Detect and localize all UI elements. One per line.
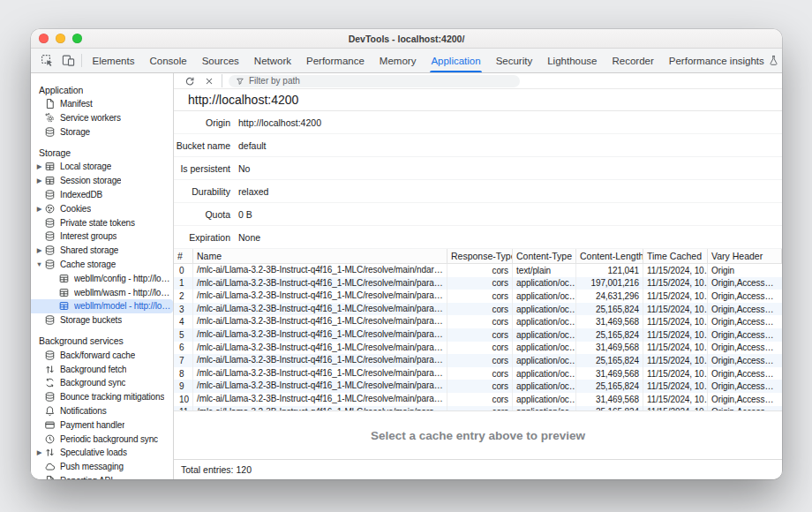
sidebar-item[interactable]: Periodic background sync bbox=[31, 432, 173, 446]
sidebar-item[interactable]: webllm/model - http://loc… bbox=[31, 299, 173, 313]
cell-response-type: cors bbox=[447, 380, 513, 393]
table-row[interactable]: 10 /mlc-ai/Llama-3.2-3B-Instruct-q4f16_1… bbox=[174, 393, 782, 406]
sidebar-item-label: Push messaging bbox=[60, 462, 124, 471]
updown-icon bbox=[44, 447, 56, 458]
column-header[interactable]: Content-Type bbox=[513, 249, 576, 263]
minimize-window-button[interactable] bbox=[56, 34, 65, 43]
sidebar-item[interactable]: webllm/config - http://loc… bbox=[31, 271, 173, 285]
disclosure-arrow-icon[interactable]: ▶ bbox=[34, 162, 44, 170]
cell-index: 0 bbox=[174, 264, 193, 277]
tab-label: Recorder bbox=[612, 56, 653, 66]
column-header[interactable]: Response-Type bbox=[447, 249, 513, 263]
cache-origin-title: http://localhost:4200 bbox=[174, 89, 782, 110]
sidebar-item[interactable]: Reporting API bbox=[31, 474, 173, 479]
sidebar-item-label: Manifest bbox=[60, 99, 93, 109]
cell-content-length: 25,165,824 bbox=[576, 328, 643, 342]
cache-toolbar bbox=[174, 73, 782, 89]
column-header[interactable]: Time Cached bbox=[643, 249, 708, 263]
column-header[interactable]: Vary Header bbox=[708, 249, 782, 263]
sidebar-item[interactable]: Storage buckets bbox=[31, 313, 173, 328]
cell-index: 10 bbox=[174, 393, 193, 406]
panel-tab[interactable]: Elements bbox=[85, 49, 142, 72]
filter-input[interactable] bbox=[249, 76, 513, 86]
sidebar-item-label: Application bbox=[39, 85, 83, 95]
sidebar-item[interactable]: Service workers bbox=[31, 111, 173, 125]
sidebar-item[interactable]: Background sync bbox=[31, 376, 173, 390]
panel-tab[interactable]: Application bbox=[424, 49, 488, 72]
table-row[interactable]: 1 /mlc-ai/Llama-3.2-3B-Instruct-q4f16_1-… bbox=[174, 277, 782, 290]
delete-selected-button[interactable] bbox=[199, 76, 219, 87]
sidebar-item[interactable]: Manifest bbox=[31, 97, 173, 111]
disclosure-arrow-icon[interactable]: ▶ bbox=[34, 177, 44, 184]
table-row[interactable]: 7 /mlc-ai/Llama-3.2-3B-Instruct-q4f16_1-… bbox=[174, 354, 782, 367]
sidebar-item-label: Cache storage bbox=[60, 260, 116, 269]
sidebar-item[interactable]: ▶ Local storage bbox=[31, 160, 173, 174]
sidebar-item[interactable]: Notifications bbox=[31, 404, 173, 418]
sidebar-item[interactable]: IndexedDB bbox=[31, 188, 173, 202]
divider bbox=[81, 54, 82, 67]
window-title: DevTools - localhost:4200/ bbox=[349, 34, 465, 44]
filter-field[interactable] bbox=[229, 75, 520, 87]
cell-response-type: cors bbox=[447, 303, 513, 316]
window-controls bbox=[39, 29, 82, 48]
table-row[interactable]: 4 /mlc-ai/Llama-3.2-3B-Instruct-q4f16_1-… bbox=[174, 315, 782, 328]
sidebar-item[interactable]: Storage bbox=[31, 124, 173, 139]
sidebar-item: Background services bbox=[31, 335, 173, 349]
toggle-device-toolbar-button[interactable] bbox=[57, 49, 79, 72]
sidebar-item[interactable]: Push messaging bbox=[31, 460, 173, 474]
meta-value: No bbox=[238, 163, 250, 174]
sidebar-item-label: Background sync bbox=[60, 378, 125, 388]
sidebar-item[interactable]: ▶ Session storage bbox=[31, 174, 173, 188]
sidebar-item[interactable]: Bounce tracking mitigations bbox=[31, 390, 173, 404]
meta-label: Durability bbox=[174, 186, 230, 197]
database-icon bbox=[44, 217, 56, 229]
table-row[interactable]: 6 /mlc-ai/Llama-3.2-3B-Instruct-q4f16_1-… bbox=[174, 342, 782, 355]
sidebar-item[interactable]: Private state tokens bbox=[31, 215, 173, 230]
sidebar-item[interactable]: ▶ Shared storage bbox=[31, 244, 173, 258]
sidebar-item[interactable]: ▶ Speculative loads bbox=[31, 446, 173, 460]
table-row[interactable]: 3 /mlc-ai/Llama-3.2-3B-Instruct-q4f16_1-… bbox=[174, 303, 782, 316]
table-row[interactable]: 5 /mlc-ai/Llama-3.2-3B-Instruct-q4f16_1-… bbox=[174, 328, 782, 342]
disclosure-arrow-icon[interactable]: ▼ bbox=[34, 260, 44, 268]
column-header[interactable]: Name bbox=[193, 249, 447, 263]
sidebar-item-label: Local storage bbox=[60, 162, 111, 171]
cell-index: 9 bbox=[174, 380, 193, 393]
inspect-element-button[interactable] bbox=[36, 49, 57, 72]
meta-label: Quota bbox=[174, 209, 230, 220]
panel-tab[interactable]: Network bbox=[246, 49, 298, 72]
panel-tab[interactable]: Lighthouse bbox=[540, 49, 605, 72]
grid-icon bbox=[58, 287, 70, 298]
panel-tab[interactable]: Security bbox=[488, 49, 540, 72]
panel-tab[interactable]: Performance insights bbox=[661, 49, 782, 72]
table-row[interactable]: 8 /mlc-ai/Llama-3.2-3B-Instruct-q4f16_1-… bbox=[174, 367, 782, 380]
refresh-button[interactable] bbox=[180, 76, 199, 87]
panel-tab[interactable]: Console bbox=[142, 49, 194, 72]
disclosure-arrow-icon[interactable]: ▶ bbox=[34, 246, 44, 254]
database-icon bbox=[44, 350, 56, 361]
sidebar-item[interactable]: Back/forward cache bbox=[31, 348, 173, 362]
table-row[interactable]: 2 /mlc-ai/Llama-3.2-3B-Instruct-q4f16_1-… bbox=[174, 290, 782, 303]
column-header[interactable]: # bbox=[174, 249, 193, 263]
table-row[interactable]: 0 /mlc-ai/Llama-3.2-3B-Instruct-q4f16_1-… bbox=[174, 264, 782, 277]
sidebar-item[interactable]: Background fetch bbox=[31, 362, 173, 376]
sidebar-item[interactable]: ▼ Cache storage bbox=[31, 258, 173, 272]
table-row[interactable]: 9 /mlc-ai/Llama-3.2-3B-Instruct-q4f16_1-… bbox=[174, 380, 782, 393]
sidebar-item[interactable]: webllm/wasm - http://loca… bbox=[31, 285, 173, 299]
zoom-window-button[interactable] bbox=[72, 34, 82, 43]
panel-tab[interactable]: Recorder bbox=[605, 49, 661, 72]
panel-tab[interactable]: Memory bbox=[372, 49, 424, 72]
sidebar-item[interactable]: ▶ Cookies bbox=[31, 201, 173, 215]
panel-tab[interactable]: Performance bbox=[299, 49, 372, 72]
disclosure-arrow-icon[interactable]: ▶ bbox=[34, 205, 44, 213]
sidebar-item[interactable]: Payment handler bbox=[31, 418, 173, 432]
close-window-button[interactable] bbox=[39, 34, 49, 43]
database-icon bbox=[44, 230, 56, 242]
cell-vary-header: Origin,Access… bbox=[708, 290, 782, 303]
panel-tab[interactable]: Sources bbox=[194, 49, 246, 72]
column-header[interactable]: Content-Length bbox=[576, 249, 643, 263]
disclosure-arrow-icon[interactable]: ▶ bbox=[34, 448, 44, 456]
cache-metadata: Origin http://localhost:4200 Bucket name… bbox=[174, 110, 782, 249]
cell-response-type: cors bbox=[447, 315, 513, 328]
tab-label: Sources bbox=[202, 56, 239, 66]
sidebar-item[interactable]: Interest groups bbox=[31, 230, 173, 244]
